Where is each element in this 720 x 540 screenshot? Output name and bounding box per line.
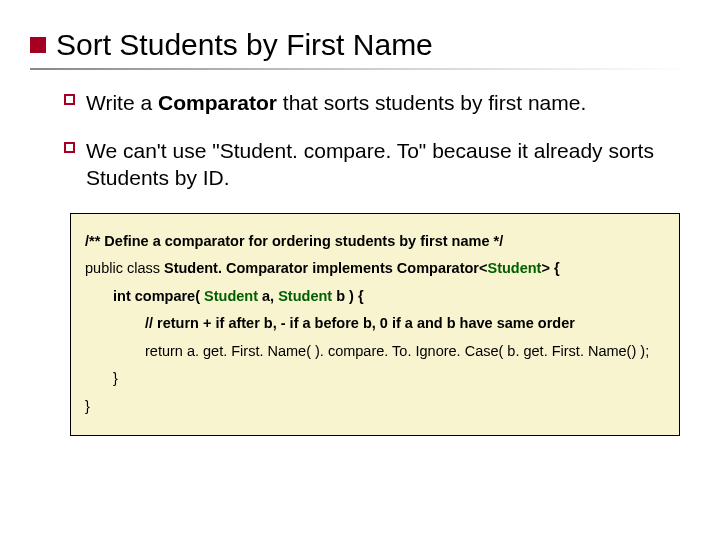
code-line-7: } (85, 393, 665, 421)
title-bullet-square-icon (30, 37, 46, 53)
code-l2b: Student. Comparator (164, 260, 308, 276)
code-l2d: Comparator< (397, 260, 488, 276)
bullet-square-icon (64, 142, 75, 153)
code-l3e: b ) { (332, 288, 363, 304)
bullet-1: Write a Comparator that sorts students b… (86, 90, 680, 116)
code-line-4: // return + if after b, - if a before b,… (85, 310, 665, 338)
bullet-2-text: We can't use "Student. compare. To" beca… (86, 139, 654, 188)
code-line-5: return a. get. First. Name( ). compare. … (85, 338, 665, 366)
bullet-1-post: that sorts students by first name. (277, 91, 586, 114)
code-line-2: public class Student. Comparator impleme… (85, 255, 665, 283)
bullet-square-icon (64, 94, 75, 105)
bullet-1-bold: Comparator (158, 91, 277, 114)
code-l3b: Student (204, 288, 258, 304)
code-l2c: implements (308, 260, 397, 276)
title-underline (30, 68, 690, 70)
code-box: /** Define a comparator for ordering stu… (70, 213, 680, 436)
code-line-3: int compare( Student a, Student b ) { (85, 283, 665, 311)
code-l2a: public class (85, 260, 164, 276)
code-line-1: /** Define a comparator for ordering stu… (85, 228, 665, 256)
code-line-6: } (85, 365, 665, 393)
code-l3d: Student (278, 288, 332, 304)
slide-title: Sort Students by First Name (56, 28, 433, 62)
code-l3a: int compare( (113, 288, 204, 304)
code-l2e: Student (487, 260, 541, 276)
slide: Sort Students by First Name Write a Comp… (0, 0, 720, 540)
bullet-2: We can't use "Student. compare. To" beca… (86, 138, 680, 191)
code-l3c: a, (258, 288, 278, 304)
code-l2f: > { (541, 260, 559, 276)
bullet-1-pre: Write a (86, 91, 158, 114)
body: Write a Comparator that sorts students b… (30, 90, 690, 191)
title-row: Sort Students by First Name (30, 28, 690, 62)
